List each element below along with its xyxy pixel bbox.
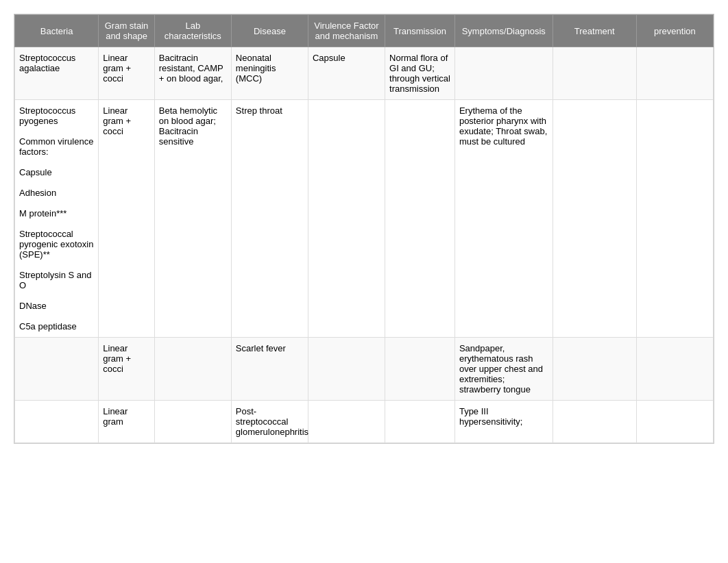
table-row: Streptococcus agalactiaeLinear gram + co… (15, 47, 714, 100)
cell-disease: Strep throat (231, 100, 308, 338)
cell-transmission: Normal flora of GI and GU; through verti… (385, 47, 455, 100)
cell-gram: Linear gram + cocci (99, 100, 155, 338)
table-row: Streptococcus pyogenesCommon virulence f… (15, 100, 714, 338)
header-prevention: prevention (636, 15, 713, 47)
cell-symptoms: Type III hypersensitivity; (454, 401, 553, 443)
cell-lab (154, 338, 231, 401)
header-lab: Lab characteristics (154, 15, 231, 47)
cell-treatment (553, 338, 636, 401)
cell-treatment (553, 47, 636, 100)
bacteria-table: Bacteria Gram stain and shape Lab charac… (14, 14, 714, 443)
cell-disease: Post-streptococcal glomerulonephritis (231, 401, 308, 443)
cell-virulence (308, 401, 385, 443)
cell-bacteria (15, 338, 99, 401)
cell-bacteria: Streptococcus agalactiae (15, 47, 99, 100)
cell-symptoms: Sandpaper, erythematous rash over upper … (454, 338, 553, 401)
cell-symptoms (454, 47, 553, 100)
cell-treatment (553, 100, 636, 338)
cell-prevention (636, 401, 713, 443)
cell-virulence (308, 100, 385, 338)
cell-lab (154, 401, 231, 443)
cell-transmission (385, 401, 455, 443)
cell-gram: Linear gram + cocci (99, 338, 155, 401)
header-virulence: Virulence Factor and mechanism (308, 15, 385, 47)
table-row: Linear gramPost-streptococcal glomerulon… (15, 401, 714, 443)
cell-transmission (385, 100, 455, 338)
header-row: Bacteria Gram stain and shape Lab charac… (15, 15, 714, 47)
header-treatment: Treatment (553, 15, 636, 47)
cell-virulence (308, 338, 385, 401)
table-body: Streptococcus agalactiaeLinear gram + co… (15, 47, 714, 443)
cell-gram: Linear gram + cocci (99, 47, 155, 100)
table-row: Linear gram + cocciScarlet feverSandpape… (15, 338, 714, 401)
cell-prevention (636, 100, 713, 338)
header-symptoms: Symptoms/Diagnosis (454, 15, 553, 47)
main-table-container: Bacteria Gram stain and shape Lab charac… (14, 14, 714, 444)
cell-prevention (636, 338, 713, 401)
cell-disease: Neonatal meningitis (MCC) (231, 47, 308, 100)
cell-treatment (553, 401, 636, 443)
cell-symptoms: Erythema of the posterior pharynx with e… (454, 100, 553, 338)
cell-gram: Linear gram (99, 401, 155, 443)
header-transmission: Transmission (385, 15, 455, 47)
cell-lab: Beta hemolytic on blood agar; Bacitracin… (154, 100, 231, 338)
cell-disease: Scarlet fever (231, 338, 308, 401)
cell-transmission (385, 338, 455, 401)
cell-prevention (636, 47, 713, 100)
cell-bacteria: Streptococcus pyogenesCommon virulence f… (15, 100, 99, 338)
header-disease: Disease (231, 15, 308, 47)
cell-virulence: Capsule (308, 47, 385, 100)
cell-lab: Bacitracin resistant, CAMP + on blood ag… (154, 47, 231, 100)
header-gram: Gram stain and shape (99, 15, 155, 47)
header-bacteria: Bacteria (15, 15, 99, 47)
cell-bacteria (15, 401, 99, 443)
